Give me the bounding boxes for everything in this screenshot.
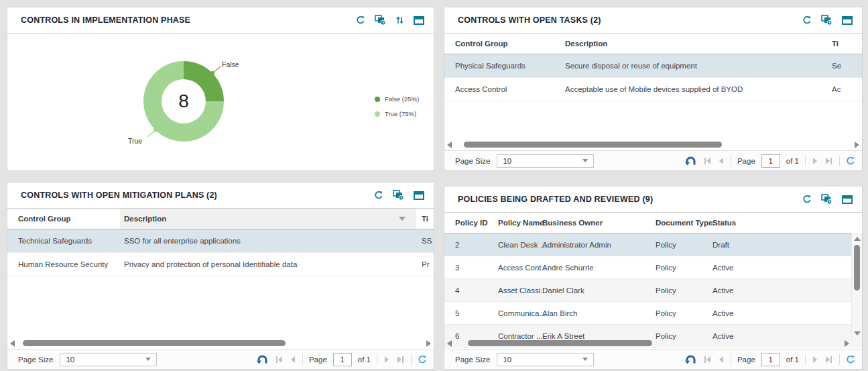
page-size-select[interactable]: 10 (497, 154, 594, 168)
previous-page-icon[interactable] (290, 356, 296, 364)
jump-to-record-icon[interactable] (256, 354, 269, 365)
page-number-input[interactable] (761, 154, 780, 168)
previous-page-icon[interactable] (718, 157, 725, 165)
scroll-left-icon[interactable] (447, 340, 452, 347)
page-size-value: 10 (66, 356, 74, 364)
cell-policy-id: 4 (455, 286, 459, 295)
filter-icon[interactable] (399, 217, 406, 221)
column-header-policy-name[interactable]: Policy Name (498, 219, 544, 227)
column-header-title[interactable]: Ti (832, 40, 839, 48)
donut-ring[interactable]: 8 (143, 61, 224, 142)
horizontal-scrollbar[interactable] (444, 140, 862, 150)
cell-description: Privacy and protection of personal Ident… (124, 260, 297, 268)
column-header-policy-id[interactable]: Policy ID (455, 219, 488, 227)
scroll-left-icon[interactable] (10, 340, 15, 347)
last-page-icon[interactable] (824, 356, 833, 364)
page-size-value: 10 (503, 157, 511, 165)
legend-dot-false (375, 97, 380, 102)
page-size-label: Page Size (455, 356, 490, 364)
cell-document-type: Policy (656, 309, 676, 317)
horizontal-scrollbar[interactable] (7, 339, 434, 348)
table-row[interactable]: 5 Communica... Alan Birch Policy Active (444, 302, 862, 325)
panel-header: POLICIES BEING DRAFTED AND REVIEWED (9) (444, 187, 862, 213)
first-page-icon[interactable] (275, 356, 284, 364)
export-icon[interactable] (375, 15, 386, 25)
legend-item-false[interactable]: False (25%) (375, 95, 419, 103)
scrollbar-thumb[interactable] (468, 340, 652, 346)
scroll-up-icon[interactable] (854, 237, 861, 241)
divider (839, 354, 840, 365)
column-header-title[interactable]: Ti (422, 215, 428, 223)
first-page-icon[interactable] (703, 356, 712, 364)
refresh-icon[interactable] (846, 355, 855, 364)
vertical-scrollbar[interactable] (851, 233, 862, 339)
cell-description: Acceptable use of Mobile devices supplie… (565, 85, 743, 93)
export-icon[interactable] (821, 194, 832, 205)
refresh-icon[interactable] (356, 15, 365, 25)
column-header-business-owner[interactable]: Business Owner (542, 219, 603, 227)
maximize-icon[interactable] (842, 195, 853, 204)
refresh-icon[interactable] (802, 195, 812, 204)
scroll-right-icon[interactable] (426, 340, 431, 347)
export-icon[interactable] (821, 15, 832, 25)
refresh-icon[interactable] (846, 156, 855, 166)
column-header-description[interactable]: Description (124, 215, 166, 223)
cell-status: Active (712, 286, 733, 295)
refresh-icon[interactable] (802, 15, 812, 25)
chevron-down-icon (145, 358, 151, 361)
divider (805, 354, 806, 365)
page-of-label: of 1 (358, 356, 371, 364)
scrollbar-thumb[interactable] (854, 245, 860, 290)
panel-controls-open-mitigation-plans: CONTROLS WITH OPEN MITIGATION PLANS (2) … (7, 182, 434, 370)
scroll-right-icon[interactable] (845, 340, 849, 347)
horizontal-scrollbar[interactable] (444, 339, 852, 348)
maximize-icon[interactable] (842, 16, 853, 25)
maximize-icon[interactable] (414, 16, 424, 25)
column-header-document-type[interactable]: Document Type (656, 219, 712, 227)
cell-document-type: Policy (656, 286, 676, 295)
refresh-icon[interactable] (418, 355, 427, 364)
page-size-select[interactable]: 10 (497, 353, 594, 366)
column-header-control-group[interactable]: Control Group (18, 215, 71, 223)
table-row[interactable]: Technical Safeguards SSO for all enterpr… (7, 229, 434, 253)
previous-page-icon[interactable] (718, 356, 725, 364)
column-header-description[interactable]: Description (565, 40, 607, 48)
last-page-icon[interactable] (824, 157, 833, 165)
donut-center-value: 8 (178, 91, 189, 112)
table-row[interactable]: 4 Asset Classi... Daniel Clark Policy Ac… (444, 279, 862, 302)
cell-control-group: Technical Safeguards (18, 237, 92, 245)
table-row[interactable]: 2 Clean Desk ... Administrator Admin Pol… (444, 233, 862, 256)
column-header-control-group[interactable]: Control Group (455, 40, 508, 48)
cell-status: Draft (712, 241, 729, 249)
scrollbar-thumb[interactable] (464, 142, 722, 148)
jump-to-record-icon[interactable] (684, 354, 697, 365)
scroll-down-icon[interactable] (854, 331, 861, 335)
maximize-icon[interactable] (414, 191, 424, 200)
table-row[interactable]: Access Control Acceptable use of Mobile … (444, 78, 862, 101)
next-page-icon[interactable] (383, 356, 390, 364)
page-size-select[interactable]: 10 (60, 353, 157, 366)
next-page-icon[interactable] (812, 356, 818, 364)
table-row[interactable]: Physical Safeguards Secure disposal or r… (444, 54, 862, 78)
panel-header: CONTROLS IN IMPLEMENTATION PHASE (7, 7, 434, 34)
refresh-icon[interactable] (374, 191, 383, 200)
scroll-left-icon[interactable] (447, 142, 452, 148)
column-header-status[interactable]: Status (712, 219, 736, 227)
scrollbar-thumb[interactable] (23, 340, 286, 346)
last-page-icon[interactable] (396, 356, 405, 364)
panel-title: CONTROLS WITH OPEN TASKS (2) (458, 15, 601, 25)
donut-chart: 8 False True False (25%) True (75%) (7, 34, 434, 170)
page-number-input[interactable] (333, 353, 352, 366)
legend-item-true[interactable]: True (75%) (375, 110, 419, 117)
table-row[interactable]: Human Resource Security Privacy and prot… (7, 253, 434, 276)
sort-updown-icon[interactable] (395, 15, 404, 25)
jump-to-record-icon[interactable] (684, 156, 697, 166)
scroll-right-icon[interactable] (855, 142, 859, 148)
first-page-icon[interactable] (703, 157, 712, 165)
pagination-bar: Page Size 10 Page of 1 (444, 349, 862, 369)
panel-header: CONTROLS WITH OPEN TASKS (2) (444, 7, 862, 34)
page-number-input[interactable] (761, 353, 780, 366)
next-page-icon[interactable] (812, 157, 818, 165)
export-icon[interactable] (393, 190, 404, 201)
table-row[interactable]: 3 Access Cont... Andre Schurrle Policy A… (444, 256, 862, 279)
